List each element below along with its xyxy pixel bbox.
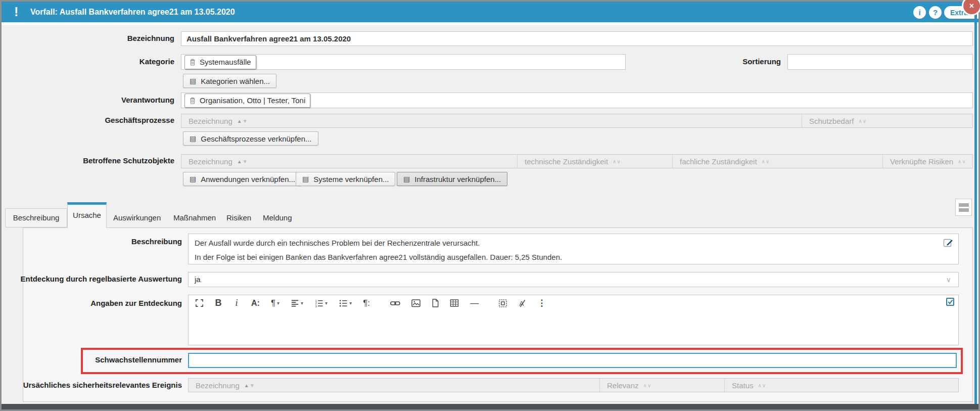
sort-icon[interactable]: ∧∨ [643, 383, 652, 388]
tab-risiken[interactable]: Risiken [226, 208, 251, 227]
clear-format-icon[interactable]: A [518, 299, 526, 307]
schwachstellennummer-label: Schwachstellennummer [8, 355, 182, 365]
info-button[interactable]: i [913, 6, 926, 19]
tab-label: Ursache [73, 211, 101, 219]
schutzobjekte-label: Betroffene Schutzobjekte [8, 156, 174, 166]
sort-icon[interactable]: ∧∨ [762, 159, 770, 164]
geschaeftsprozesse-verknuepfen-button[interactable]: ▤ Geschäftsprozesse verknüpfen... [183, 131, 318, 146]
ereignis-grid-header: Bezeichnung ▲▼ Relevanz ∧∨ Status ∧∨ [188, 378, 959, 392]
column-label: fachliche Zuständigkeit [680, 157, 757, 166]
ordered-list-icon[interactable]: 123 ▾ [314, 299, 328, 307]
unordered-list-icon[interactable]: ▾ [339, 299, 352, 307]
layout-toggle-button[interactable] [955, 199, 972, 216]
image-icon[interactable] [411, 299, 421, 307]
horizontal-rule-icon[interactable]: — [470, 298, 479, 308]
verantwortung-tag[interactable]: Organisation, Otto | Tester, Toni [184, 94, 310, 108]
entdeckung-value: ja [195, 275, 201, 284]
formatted-text-checkbox[interactable] [946, 298, 954, 306]
header-divider [2, 22, 978, 25]
infrastruktur-verknuepfen-button[interactable]: ▤ Infrastruktur verknüpfen... [397, 172, 507, 186]
verantwortung-tag-label: Organisation, Otto | Tester, Toni [200, 96, 305, 105]
link-icon[interactable] [390, 300, 400, 306]
bezeichnung-label: Bezeichnung [8, 33, 174, 43]
paragraph-format-icon[interactable]: ¶ ▾ [271, 298, 279, 308]
caret-down-icon: ▾ [325, 300, 328, 306]
entdeckung-select[interactable]: ja ∨ [188, 272, 959, 287]
tab-label: Beschreibung [13, 213, 60, 222]
help-button[interactable]: ? [929, 6, 942, 19]
more-options-icon[interactable]: ⋮ [537, 298, 546, 308]
kategorien-waehlen-button[interactable]: ▤ Kategorien wählen... [183, 74, 276, 88]
sort-icon[interactable]: ▲▼ [237, 159, 248, 164]
tab-auswirkungen[interactable]: Auswirkungen [113, 208, 161, 227]
sort-icon[interactable]: ∧∨ [758, 383, 767, 388]
kategorien-waehlen-label: Kategorien wählen... [201, 77, 270, 85]
italic-icon[interactable]: i [233, 298, 240, 308]
paragraph-style-icon[interactable]: ¶: [363, 298, 370, 308]
column-header-bezeichnung[interactable]: Bezeichnung ▲▼ [181, 155, 517, 168]
verantwortung-label: Verantwortung [8, 95, 174, 105]
list-icon: ▤ [190, 175, 196, 183]
sort-icon[interactable]: ∧∨ [858, 118, 867, 124]
edit-icon[interactable] [943, 238, 953, 248]
svg-text:A: A [520, 300, 524, 307]
bold-icon[interactable]: B [215, 298, 222, 308]
column-header-relevanz[interactable]: Relevanz ∧∨ [599, 379, 724, 392]
systeme-verknuepfen-button[interactable]: ▤ Systeme verknüpfen... [296, 172, 395, 186]
sort-icon[interactable]: ▲▼ [244, 383, 255, 388]
kategorie-tag[interactable]: Systemausfälle [184, 55, 256, 69]
align-icon[interactable]: ▾ [291, 299, 303, 307]
tab-ursache[interactable]: Ursache [67, 202, 107, 228]
column-header-fachliche-zustaendigkeit[interactable]: fachliche Zuständigkeit ∧∨ [672, 155, 882, 168]
column-header-technische-zustaendigkeit[interactable]: technische Zuständigkeit ∧∨ [517, 155, 672, 168]
beschreibung-line1: Der Ausfall wurde durch ein technisches … [195, 238, 480, 248]
window-right-accent [974, 2, 977, 404]
bars-icon [959, 203, 969, 207]
tab-label: Auswirkungen [113, 213, 161, 222]
ereignis-label: Ursächliches sicherheitsrelevantes Ereig… [8, 380, 182, 390]
systeme-verknuepfen-label: Systeme verknüpfen... [313, 175, 389, 184]
verantwortung-field[interactable]: Organisation, Otto | Tester, Toni [181, 93, 973, 108]
trash-icon[interactable] [190, 59, 196, 66]
beschreibung-textbox[interactable]: Der Ausfall wurde durch ein technisches … [188, 234, 959, 264]
column-label: Relevanz [607, 381, 639, 390]
file-icon[interactable] [432, 299, 439, 307]
font-size-icon[interactable]: A: [251, 299, 260, 308]
column-label: technische Zuständigkeit [525, 157, 608, 166]
vorfall-window: ! Vorfall: Ausfall Bankverfahren agree21… [0, 0, 980, 411]
column-header-schutzbedarf[interactable]: Schutzbedarf ∧∨ [802, 114, 972, 127]
tab-label: Meldung [263, 213, 292, 222]
sortierung-input[interactable] [787, 54, 973, 70]
beschreibung-label: Beschreibung [8, 237, 182, 247]
column-header-bezeichnung[interactable]: Bezeichnung ▲▼ [189, 379, 599, 392]
tab-massnahmen[interactable]: Maßnahmen [173, 208, 216, 227]
caret-down-icon: ▾ [349, 300, 352, 306]
kategorie-label: Kategorie [8, 57, 174, 67]
trash-icon[interactable] [190, 97, 196, 104]
list-icon: ▤ [190, 134, 196, 143]
column-label: Status [732, 381, 754, 390]
column-header-status[interactable]: Status ∧∨ [724, 379, 958, 392]
sort-icon[interactable]: ∧∨ [958, 159, 966, 164]
infrastruktur-verknuepfen-label: Infrastruktur verknüpfen... [414, 175, 501, 184]
geschaeftsprozesse-label: Geschäftsprozesse [8, 115, 174, 125]
tab-beschreibung[interactable]: Beschreibung [5, 208, 67, 227]
tab-meldung[interactable]: Meldung [263, 208, 292, 227]
table-icon[interactable] [450, 299, 459, 307]
sort-icon[interactable]: ∧∨ [613, 159, 621, 164]
column-header-verknuepfte-risiken[interactable]: Verknüpfte Risiken ∧∨ [882, 155, 972, 168]
list-icon: ▤ [190, 77, 196, 85]
sort-icon[interactable]: ▲▼ [237, 118, 248, 124]
caret-down-icon: ▾ [277, 300, 279, 306]
bezeichnung-input[interactable] [181, 31, 973, 46]
anwendungen-verknuepfen-label: Anwendungen verknüpfen... [201, 175, 295, 184]
exclamation-icon: ! [14, 5, 18, 19]
anwendungen-verknuepfen-button[interactable]: ▤ Anwendungen verknüpfen... [183, 172, 302, 186]
kategorie-field[interactable]: Systemausfälle [181, 54, 626, 70]
special-region-icon[interactable] [499, 299, 507, 307]
schwachstellennummer-input[interactable] [188, 353, 957, 368]
column-label: Verknüpfte Risiken [890, 157, 953, 166]
column-header-bezeichnung[interactable]: Bezeichnung ▲▼ [181, 114, 802, 127]
fullscreen-icon[interactable] [195, 299, 204, 307]
angaben-label: Angaben zur Entdeckung [8, 298, 182, 308]
